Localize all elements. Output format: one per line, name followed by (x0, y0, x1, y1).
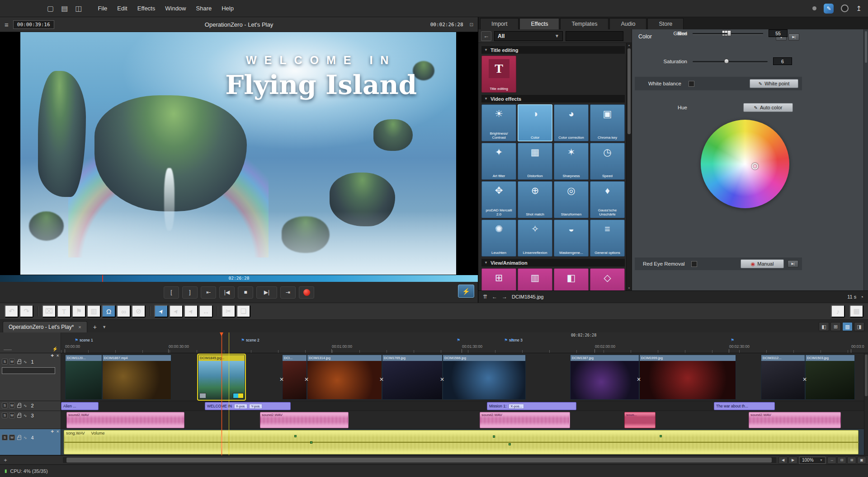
effect-tile[interactable]: ⊞ (481, 268, 516, 290)
lock-icon[interactable] (17, 405, 21, 408)
track-3-lane[interactable]: sound2.WAV sound2.WAV sound2.WAV (61, 411, 868, 429)
channel-slider[interactable] (693, 30, 763, 37)
open-folder-icon[interactable]: ▤ (61, 4, 68, 13)
timeline-marker-icon[interactable]: ⚑ (510, 338, 514, 342)
apply-next-button[interactable]: ▶| (788, 260, 798, 267)
effect-tile[interactable]: ✦ Art filter (481, 143, 516, 180)
menu-item[interactable]: Effects (132, 3, 160, 14)
parameter-chip[interactable]: X-pos... (509, 404, 524, 409)
transport-button[interactable]: ⇤ (201, 286, 216, 299)
solo-button[interactable]: S (2, 435, 8, 440)
title-clip[interactable]: Mission 1: X-pos... (487, 402, 576, 410)
menu-item[interactable]: Window (160, 3, 191, 14)
channel-value[interactable]: 55 (769, 29, 788, 37)
transport-button[interactable]: ] (182, 286, 198, 299)
range-marker[interactable] (229, 332, 229, 455)
timeline-marker-icon[interactable]: ⚑ (457, 338, 460, 342)
effect-tile[interactable]: ≡ General options (590, 220, 625, 257)
effect-tile[interactable]: ✺ Leuchten (481, 220, 516, 257)
zoom-fit-button[interactable]: ↔ (827, 457, 836, 464)
fade-icon[interactable]: ∿ (24, 360, 27, 364)
effect-tile[interactable]: ◕ Color correction (554, 104, 589, 141)
color-panel-scrollbar[interactable] (863, 29, 868, 290)
scene-marker[interactable]: ⚑ scene 2 (241, 338, 259, 342)
hue-color-wheel[interactable] (701, 120, 789, 208)
white-point-button[interactable]: ✎ White point (750, 79, 798, 88)
scrollbar-thumb[interactable] (627, 48, 631, 134)
track-3-header[interactable]: S M ∿ 3 (0, 411, 61, 429)
effect-tile[interactable]: ◧ (554, 268, 589, 290)
menu-item[interactable]: Share (191, 3, 217, 14)
transport-button[interactable]: ▶| (256, 286, 277, 299)
mouse-mode-button[interactable]: ↔ (199, 305, 213, 318)
video-clip[interactable]: DCIM1999.jpg (639, 355, 736, 400)
section-header[interactable]: ▼ View/Animation (481, 259, 625, 267)
scene-marker[interactable]: ⚑ scene 1 (75, 338, 93, 342)
search-input[interactable] (566, 31, 623, 41)
pool-tab[interactable]: Effects (519, 18, 559, 29)
saturation-slider[interactable] (693, 58, 768, 65)
toolbar-button[interactable]: ❏ (236, 305, 250, 318)
zoom-out-button[interactable]: ⊟ (837, 457, 846, 464)
transport-button[interactable]: [ (164, 286, 179, 299)
audio-clip[interactable]: sound2.WAV (66, 412, 184, 428)
collapse-up-icon[interactable]: ⇈ (483, 294, 487, 300)
zoom-dropdown[interactable]: 100% ▼ (799, 457, 826, 464)
video-clip[interactable]: DCIM1566.jpg (443, 355, 526, 400)
fade-icon[interactable]: ∿ (24, 403, 27, 408)
zoom-in-button[interactable]: ⊞ (847, 457, 856, 464)
pool-tab[interactable]: Templates (560, 18, 609, 29)
preview-menu-icon[interactable]: ≡ (5, 21, 9, 28)
effects-scrollbar[interactable]: ▲ ▼ (626, 43, 632, 290)
effect-tile[interactable]: T Title editing (481, 56, 516, 93)
save-icon[interactable]: ◫ (75, 4, 82, 13)
auto-color-button[interactable]: ✎ Auto color (743, 103, 793, 112)
video-clip[interactable]: DCIM1314.jpg (307, 355, 382, 400)
next-media-icon[interactable]: → (502, 294, 507, 300)
title-clip[interactable]: WELCOME IN X-pos.Y-pos. (205, 402, 291, 410)
toolbar-right-button[interactable]: ▦ (849, 305, 863, 318)
menu-item[interactable]: File (93, 3, 112, 14)
scrollbar-thumb[interactable] (66, 458, 772, 463)
video-clip[interactable]: DCI... (282, 355, 307, 400)
zoom-options-button[interactable]: ▣ (857, 457, 866, 464)
track-vertical-scrollbar[interactable] (864, 353, 868, 455)
effect-tile[interactable]: ▦ Distortion (518, 143, 552, 180)
category-dropdown[interactable]: All ▼ (494, 31, 563, 41)
remove-track-button[interactable]: ✕ (56, 430, 59, 434)
lock-icon[interactable] (17, 415, 21, 418)
track-1-header[interactable]: ✚ ✕ S M ∿ 1 (0, 353, 61, 401)
remove-track-button[interactable]: ✕ (56, 354, 59, 358)
mute-button[interactable]: M (9, 412, 15, 418)
saturation-value[interactable]: 6 (773, 57, 792, 65)
manual-button[interactable]: ◉ Manual (741, 259, 784, 268)
effect-tile[interactable]: ⊕ Shot match (518, 181, 552, 218)
toolbar-button[interactable]: ↶ (5, 305, 19, 318)
audio-clip[interactable]: sound2.WAV (749, 412, 841, 428)
toolbar-button[interactable]: Ω (102, 305, 116, 318)
preview-scrubber[interactable]: 02:26:28 (0, 275, 478, 282)
solo-button[interactable]: S (2, 359, 8, 365)
new-tab-button[interactable]: + (90, 323, 100, 332)
lock-icon[interactable] (17, 361, 21, 364)
red-eye-checkbox[interactable] (691, 261, 697, 267)
toolbar-right-button[interactable]: ♪ (831, 305, 845, 318)
solo-button[interactable]: S (2, 402, 8, 408)
track-1-lane[interactable]: DCIM1120... DCIM1867.mp4 DCIM1845.jpg... (61, 353, 868, 401)
pool-tab[interactable]: Audio (609, 18, 646, 29)
close-icon[interactable]: × (78, 324, 81, 330)
timeline-view-button[interactable]: ⊞ (830, 322, 841, 331)
toolbar-button[interactable]: ✂ (222, 305, 236, 318)
detach-window-icon[interactable]: ⊡ (470, 22, 473, 27)
envelope-node[interactable] (660, 435, 662, 437)
video-clip[interactable]: DCIM3112... (761, 355, 805, 400)
mute-button[interactable]: M (9, 402, 15, 408)
timeline-view-button[interactable]: ▥ (842, 322, 853, 331)
video-clip[interactable]: DCIM1503.jpg (805, 355, 855, 400)
clock-icon[interactable]: ◔ (860, 294, 863, 300)
solo-button[interactable]: S (2, 412, 8, 418)
horizontal-scrollbar[interactable] (63, 457, 776, 463)
fade-icon[interactable]: ∿ (24, 413, 27, 418)
toolbar-button[interactable]: ⊘ (132, 305, 146, 318)
envelope-node[interactable] (493, 435, 495, 438)
